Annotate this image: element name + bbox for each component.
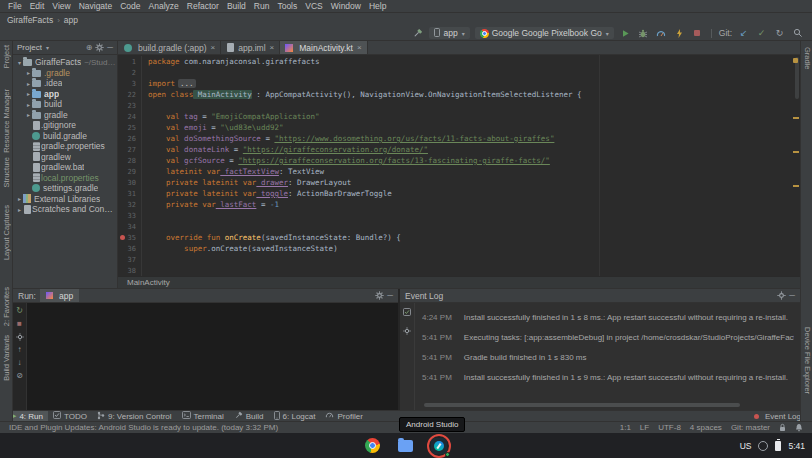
breadcrumb-class[interactable]: MainActivity xyxy=(127,278,170,287)
toolwindow-button-2-favorites[interactable]: 2: Favorites xyxy=(2,287,11,326)
tree-item-gradle[interactable]: ▸.gradle xyxy=(13,68,117,79)
gear-icon[interactable] xyxy=(777,291,786,300)
status-1-1[interactable]: 1:1 xyxy=(620,423,631,432)
close-icon[interactable]: × xyxy=(270,43,275,52)
code-line-36[interactable]: 36 super.onCreate(savedInstanceState) xyxy=(118,243,800,254)
tree-item-gradlew-bat[interactable]: gradlew.bat xyxy=(13,162,117,173)
line-number[interactable]: 28 xyxy=(118,155,142,166)
tree-chevron-icon[interactable]: ▸ xyxy=(16,206,23,213)
stop-icon[interactable]: ■ xyxy=(17,319,22,329)
tree-item-external-libraries[interactable]: ▸External Libraries xyxy=(13,194,117,205)
code-line-27[interactable]: 27 val donateLink = "https://giraffecons… xyxy=(118,144,800,155)
toolwindow-button-profiler[interactable]: Profiler xyxy=(320,411,367,421)
editor-tab-app-iml[interactable]: app.iml× xyxy=(221,41,280,54)
code-line-26[interactable]: 26 val doSomethingSource = "https://www.… xyxy=(118,133,800,144)
menu-run[interactable]: Run xyxy=(250,1,274,11)
tree-item-idea[interactable]: ▸.idea xyxy=(13,78,117,89)
line-number[interactable]: 29 xyxy=(118,166,142,177)
code-line-35[interactable]: 35 override fun onCreate(savedInstanceSt… xyxy=(118,232,800,243)
code-line-29[interactable]: 29 lateinit var factTextView: TextView xyxy=(118,166,800,177)
code-line-3[interactable]: 3import... xyxy=(118,78,800,89)
menu-refactor[interactable]: Refactor xyxy=(183,1,223,11)
menu-code[interactable]: Code xyxy=(116,1,144,11)
menu-help[interactable]: Help xyxy=(365,1,390,11)
toolwindow-button-event-log[interactable]: Event Log xyxy=(749,411,806,421)
status-4-spaces[interactable]: 4 spaces xyxy=(690,423,722,432)
event-settings-icon[interactable] xyxy=(403,327,411,337)
tree-item-settings-gradle[interactable]: settings.gradle xyxy=(13,183,117,194)
keyboard-layout-badge[interactable]: US xyxy=(740,441,752,451)
code-line-2[interactable]: 2 xyxy=(118,67,800,78)
tree-item-gradlew[interactable]: gradlew xyxy=(13,152,117,163)
status-git-master[interactable]: Git: master xyxy=(731,423,770,432)
editor-tab-mainactivity-kt[interactable]: MainActivity.kt× xyxy=(280,41,367,54)
locate-file-icon[interactable]: ⊕ xyxy=(86,44,93,52)
code-line-37[interactable]: 37 xyxy=(118,254,800,265)
build-hammer-icon[interactable] xyxy=(411,27,424,40)
project-view-selector[interactable]: Project xyxy=(17,43,42,52)
toolwindow-button-todo[interactable]: TODO xyxy=(48,411,92,421)
toolwindow-button-device-file-explorer[interactable]: Device File Explorer xyxy=(803,327,812,394)
device-select[interactable]: Google Google Pixelbook Go ▾ xyxy=(475,27,614,39)
horizontal-scrollbar[interactable] xyxy=(424,403,740,407)
menu-view[interactable]: View xyxy=(48,1,74,11)
menu-edit[interactable]: Edit xyxy=(26,1,49,11)
hide-panel-icon[interactable]: ─ xyxy=(107,44,113,52)
menu-vcs[interactable]: VCS xyxy=(301,1,326,11)
event-log-entry[interactable]: 5:41 PMGradle build finished in 1 s 830 … xyxy=(422,353,794,362)
hide-panel-icon[interactable]: ─ xyxy=(387,292,393,300)
git-update-icon[interactable]: ↙ xyxy=(737,27,750,40)
code-line-32[interactable]: 32 private var lastFact = -1 xyxy=(118,199,800,210)
code-line-31[interactable]: 31 private lateinit var toggle: ActionBa… xyxy=(118,188,800,199)
tree-item-build[interactable]: ▸build xyxy=(13,99,117,110)
tree-chevron-icon[interactable]: ▸ xyxy=(25,111,32,118)
menu-navigate[interactable]: Navigate xyxy=(75,1,117,11)
profiler-button[interactable] xyxy=(655,27,668,40)
toolwindow-button-build[interactable]: Build xyxy=(229,411,269,421)
line-number[interactable]: 34 xyxy=(118,221,142,232)
event-log-entry[interactable]: 5:41 PMExecuting tasks: [:app:assembleDe… xyxy=(422,333,794,342)
tree-item-app[interactable]: ▸app xyxy=(13,89,117,100)
run-tab-app[interactable]: app xyxy=(40,289,79,302)
inspection-status-icon[interactable] xyxy=(793,58,798,63)
line-number[interactable]: 38 xyxy=(118,265,142,276)
status-utf-8[interactable]: UTF-8 xyxy=(658,423,681,432)
tree-chevron-icon[interactable]: ▾ xyxy=(16,59,23,66)
line-number[interactable]: 33 xyxy=(118,210,142,221)
tree-chevron-icon[interactable]: ▸ xyxy=(16,195,23,202)
toolwindow-button-project[interactable]: Project xyxy=(2,45,11,68)
toolwindow-button-9-version-control[interactable]: 9: Version Control xyxy=(92,411,177,421)
warning-stripe-mark[interactable] xyxy=(793,185,799,187)
hide-panel-icon[interactable]: ─ xyxy=(789,292,795,300)
apply-changes-button[interactable] xyxy=(673,27,686,40)
run-button[interactable] xyxy=(619,27,632,40)
line-number[interactable]: 31 xyxy=(118,188,142,199)
tree-item-gradle[interactable]: ▸gradle xyxy=(13,110,117,121)
event-log-entry[interactable]: 5:41 PMInstall successfully finished in … xyxy=(422,373,794,382)
run-configuration-select[interactable]: app ▾ xyxy=(429,27,469,39)
notification-icon[interactable] xyxy=(758,441,768,451)
toolwindow-button-gradle[interactable]: Gradle xyxy=(803,47,812,70)
tree-item-local-properties[interactable]: local.properties xyxy=(13,173,117,184)
code-line-33[interactable]: 33 xyxy=(118,210,800,221)
line-number[interactable]: 25 xyxy=(118,122,142,133)
line-number[interactable]: 23 xyxy=(118,100,142,111)
android-studio-app-icon[interactable] xyxy=(431,438,447,454)
override-marker-icon[interactable] xyxy=(120,235,125,240)
warning-stripe-mark[interactable] xyxy=(793,117,799,119)
menu-analyze[interactable]: Analyze xyxy=(145,1,183,11)
gear-icon[interactable] xyxy=(95,43,104,52)
editor-scrollbar[interactable] xyxy=(795,57,799,99)
code-line-1[interactable]: 1package com.naranjaconsal.giraffefacts xyxy=(118,56,800,67)
status-message[interactable]: IDE and Plugin Updates: Android Studio i… xyxy=(9,423,278,432)
close-icon[interactable]: × xyxy=(357,43,362,52)
toolwindow-button-build-variants[interactable]: Build Variants xyxy=(2,335,11,381)
toolwindow-button-structure[interactable]: Structure xyxy=(2,157,11,187)
tree-item-giraffefacts[interactable]: ▾GiraffeFacts~/StudioProjects/GiraffeFac… xyxy=(13,57,117,68)
line-number[interactable]: 1 xyxy=(118,56,142,67)
tree-chevron-icon[interactable]: ▸ xyxy=(25,90,32,97)
run-console[interactable]: ↻ ■ ↑ ↓ ⊘ xyxy=(13,303,398,410)
run-settings-icon[interactable] xyxy=(16,332,24,342)
breadcrumb-app[interactable]: app xyxy=(64,15,78,25)
line-number[interactable]: 22 xyxy=(118,89,142,100)
